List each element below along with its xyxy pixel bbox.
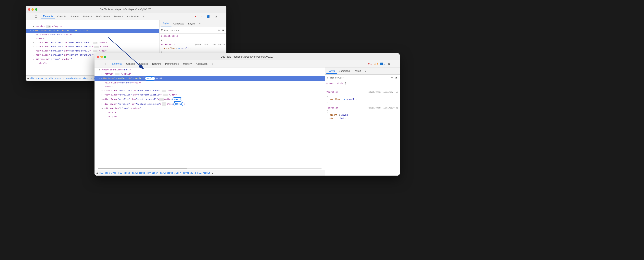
tab-layout-2[interactable]: Layout [352, 68, 363, 74]
tab-performance-1[interactable]: Performance [94, 14, 112, 19]
tab-network-1[interactable]: Network [81, 14, 94, 19]
dom-line-selected-2[interactable]: ▼ <div class="scroller" id="scroller" sc… [94, 76, 325, 81]
tab-application-2[interactable]: Application [194, 62, 210, 66]
close-button-1[interactable] [28, 8, 30, 11]
tab-more-1[interactable]: » [141, 14, 146, 19]
breadcrumb-left-arrow-2[interactable]: ◀ [96, 171, 98, 175]
tab-styles-more-2[interactable]: » [363, 68, 368, 74]
dom-line[interactable]: ▶ <div class="scroller" id="overflow-vis… [26, 45, 159, 49]
triangle-icon[interactable]: ▶ [33, 58, 34, 60]
filter-input-2[interactable] [334, 77, 390, 79]
triangle-icon[interactable]: ▶ [33, 54, 34, 56]
tab-elements-1[interactable]: Elements [41, 14, 55, 19]
tab-console-2[interactable]: Console [124, 62, 137, 66]
triangle-icon[interactable]: ▶ [102, 94, 103, 96]
tab-styles-1[interactable]: Styles [161, 21, 172, 27]
dom-line[interactable]: ▶ <style> ··· </style> [94, 72, 325, 76]
css-prop-overflow: overflow : ▶ scroll ; [161, 47, 225, 50]
triangle-icon[interactable]: ▶ [102, 102, 103, 106]
dom-line[interactable]: <div class="contents"></div> [26, 33, 159, 37]
scrollbar-thumb[interactable] [98, 168, 187, 169]
breadcrumb-item[interactable]: div.output-container [131, 171, 159, 175]
css-url[interactable]: gOVpXJJ?noc...ue&view=:50 [195, 43, 225, 47]
dom-line[interactable]: ▶ <div class="scroller" id="overflow-hid… [94, 89, 325, 93]
tab-more-2[interactable]: » [210, 62, 215, 66]
tab-styles-2[interactable]: Styles [326, 68, 337, 74]
dom-line[interactable]: ▶ <div class="scroller" id="overflow-scr… [94, 97, 325, 102]
inspect-icon[interactable]: ☐ [33, 14, 38, 19]
minimize-button-1[interactable] [32, 8, 34, 11]
tab-sources-2[interactable]: Sources [137, 62, 150, 66]
settings-icon-2[interactable]: ⚙ [386, 61, 392, 67]
dom-line[interactable]: ▶ <body translate="no" > [94, 68, 325, 72]
triangle-icon[interactable]: ▼ [99, 77, 100, 80]
breadcrumb-item[interactable]: div.output-container [62, 77, 90, 80]
cursor-icon-2[interactable]: ⬚ [96, 61, 102, 67]
tab-layout-1[interactable]: Layout [186, 21, 197, 26]
scrollbar[interactable] [98, 168, 322, 169]
copy-icon-2[interactable]: ⧉ [390, 76, 394, 79]
dom-line[interactable]: <div class="contents"></div> [94, 81, 325, 85]
dom-line[interactable]: ▶ <iframe id="iframe" srcdoc=" [94, 106, 325, 111]
minimize-button-2[interactable] [100, 56, 103, 58]
triangle-prop-icon[interactable]: ▶ [178, 47, 180, 49]
dom-line[interactable]: ▶ <div class="scroller" id="overflow-hid… [26, 41, 159, 45]
triangle-icon[interactable]: ▶ [33, 50, 34, 52]
more-icon-1[interactable]: ⋮ [219, 14, 225, 19]
tab-styles-more-1[interactable]: » [197, 21, 202, 26]
copy-icon[interactable]: ⧉ [217, 29, 220, 32]
dom-line[interactable]: ▶ <div class="scroller" id="content-shri… [94, 102, 325, 106]
triangle-icon[interactable]: ▶ [102, 73, 103, 75]
inspect-icon-2[interactable]: ☐ [102, 61, 108, 67]
close-button-2[interactable] [97, 56, 99, 58]
tab-application-1[interactable]: Application [125, 14, 140, 19]
css-rule-element: element.style { } [326, 82, 398, 89]
css-url-2[interactable]: gOVpXJJ?ano...ue&view=:50 [368, 90, 398, 94]
dom-line[interactable]: </div> [94, 85, 325, 89]
triangle-icon[interactable]: ▶ [102, 90, 103, 92]
tab-elements-2[interactable]: Elements [110, 62, 124, 66]
computed-view-icon[interactable]: ▣ [221, 29, 225, 32]
breadcrumb-left-arrow[interactable]: ◀ [27, 77, 29, 80]
tab-network-2[interactable]: Network [150, 62, 163, 66]
triangle-icon[interactable]: ▶ [33, 46, 34, 48]
triangle-icon[interactable]: ▶ [33, 26, 34, 28]
triangle-prop-icon-2[interactable]: ▶ [344, 98, 345, 100]
dom-line[interactable]: <style> [94, 115, 325, 118]
tab-console-1[interactable]: Console [55, 14, 68, 19]
tab-performance-2[interactable]: Performance [163, 62, 181, 66]
computed-view-icon-2[interactable]: ▣ [394, 76, 398, 79]
dom-line[interactable]: ... [26, 21, 159, 25]
maximize-button-1[interactable] [35, 8, 38, 11]
breadcrumb-item[interactable]: div.page-wrap [30, 77, 48, 80]
breadcrumb-item[interactable]: div.page-wrap [98, 171, 117, 175]
settings-icon-1[interactable]: ⚙ [213, 14, 218, 19]
tab-memory-1[interactable]: Memory [112, 14, 125, 19]
dom-line[interactable]: ▶ <style> ··· </style> [26, 25, 159, 29]
css-url-3[interactable]: gOVpXJJ?ano...ue&view=:41 [368, 106, 398, 110]
triangle-icon[interactable]: ▼ [30, 30, 32, 32]
dom-line[interactable]: ▶ <div class="scroller" id="overflow-vis… [94, 93, 325, 97]
breadcrumb-item[interactable]: div#result_div.result [182, 171, 211, 175]
filter-input-1[interactable] [169, 29, 216, 32]
dom-line-selected[interactable]: ▼ <div class="scroller" id="scroller" > … [26, 29, 159, 33]
tab-computed-2[interactable]: Computed [337, 68, 352, 74]
tab-memory-2[interactable]: Memory [181, 62, 194, 66]
breadcrumb-right-arrow-2[interactable]: ▶ [212, 171, 214, 175]
triangle-icon[interactable]: ▶ [99, 69, 100, 71]
cursor-icon[interactable]: ⬚ [27, 14, 33, 19]
triangle-icon[interactable]: ▶ [102, 107, 103, 110]
triangle-icon[interactable]: ▶ [33, 42, 34, 44]
tab-sources-1[interactable]: Sources [68, 14, 81, 19]
breadcrumb-item[interactable]: div.output-sizer [159, 171, 182, 175]
breadcrumb-item[interactable]: div.boxes [118, 171, 131, 175]
triangle-icon[interactable]: ▶ [102, 98, 103, 101]
maximize-button-2[interactable] [104, 56, 106, 58]
dom-line[interactable]: <html> [94, 111, 325, 115]
more-icon-2[interactable]: ⋮ [392, 61, 398, 67]
dom-line[interactable]: </div> [26, 37, 159, 41]
dots: ··· [162, 90, 166, 92]
breadcrumb-item[interactable]: div.boxes [49, 77, 62, 80]
dom-line[interactable]: ▶ <div class="scroller" id="overflow-scr… [26, 49, 159, 53]
tab-computed-1[interactable]: Computed [172, 21, 186, 26]
